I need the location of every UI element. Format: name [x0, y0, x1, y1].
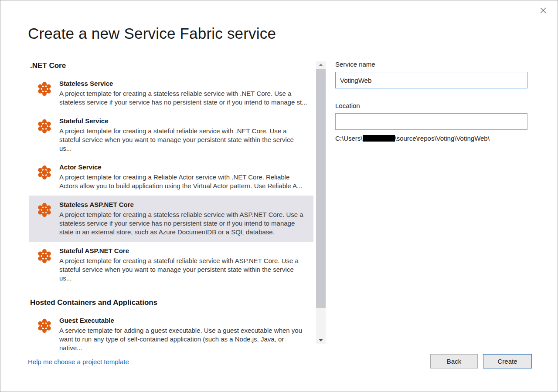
section-header-hosted-containers: Hosted Containers and Applications	[29, 298, 313, 307]
output-path-text: C:\Users\\source\repos\Voting\VotingWeb\	[335, 135, 527, 142]
template-item-stateless-service[interactable]: Stateless Service A project template for…	[29, 74, 313, 112]
template-item-title: Guest Executable	[59, 317, 307, 324]
template-item-description: A project template for creating a statel…	[59, 210, 307, 237]
help-link[interactable]: Help me choose a project template	[28, 358, 129, 365]
template-item-stateful-service[interactable]: Stateful Service A project template for …	[29, 112, 313, 158]
template-item-title: Actor Service	[59, 163, 307, 171]
list-scrollbar[interactable]	[316, 61, 326, 344]
template-item-description: A project template for creating a statef…	[59, 257, 307, 283]
template-item-description: A project template for creating a Reliab…	[59, 173, 307, 190]
template-item-actor-service[interactable]: Actor Service A project template for cre…	[29, 158, 313, 196]
scrollbar-down-arrow-icon[interactable]	[316, 337, 326, 344]
service-fabric-icon	[36, 318, 53, 334]
template-item-stateful-aspnet-core[interactable]: Stateful ASP.NET Core A project template…	[29, 242, 313, 288]
template-item-stateless-aspnet-core[interactable]: Stateless ASP.NET Core A project templat…	[29, 196, 313, 242]
scrollbar-up-arrow-icon[interactable]	[316, 61, 326, 68]
redacted-username	[363, 135, 395, 142]
location-label: Location	[335, 102, 527, 109]
template-item-description: A service template for adding a guest ex…	[59, 326, 307, 352]
output-path-suffix: \source\repos\Voting\VotingWeb\	[395, 135, 490, 142]
template-item-title: Stateful ASP.NET Core	[59, 247, 307, 254]
back-button[interactable]: Back	[430, 354, 478, 368]
service-fabric-icon	[36, 248, 53, 264]
service-name-input[interactable]	[335, 72, 527, 88]
service-name-label: Service name	[335, 61, 527, 68]
template-item-title: Stateful Service	[59, 117, 307, 125]
service-fabric-icon	[36, 164, 53, 181]
template-item-description: A project template for creating a statef…	[59, 127, 307, 153]
location-input[interactable]	[335, 113, 527, 130]
template-item-title: Stateless Service	[59, 80, 307, 87]
scrollbar-thumb[interactable]	[316, 69, 326, 308]
output-path-prefix: C:\Users\	[335, 135, 363, 142]
service-fabric-icon	[36, 202, 53, 218]
template-list: .NET Core Stateless Service A project te…	[29, 61, 313, 358]
create-service-fabric-service-dialog: Create a new Service Fabric service .NET…	[0, 0, 558, 392]
template-item-description: A project template for creating a statel…	[59, 89, 307, 107]
template-item-guest-executable[interactable]: Guest Executable A service template for …	[29, 311, 313, 358]
dialog-title: Create a new Service Fabric service	[28, 25, 276, 42]
template-item-title: Stateless ASP.NET Core	[59, 201, 307, 208]
service-fabric-icon	[36, 118, 53, 135]
section-header-net-core: .NET Core	[29, 61, 313, 70]
create-button[interactable]: Create	[483, 354, 532, 368]
close-icon[interactable]	[538, 5, 549, 16]
service-fabric-icon	[36, 81, 53, 97]
service-config-panel: Service name Location C:\Users\\source\r…	[335, 61, 527, 142]
